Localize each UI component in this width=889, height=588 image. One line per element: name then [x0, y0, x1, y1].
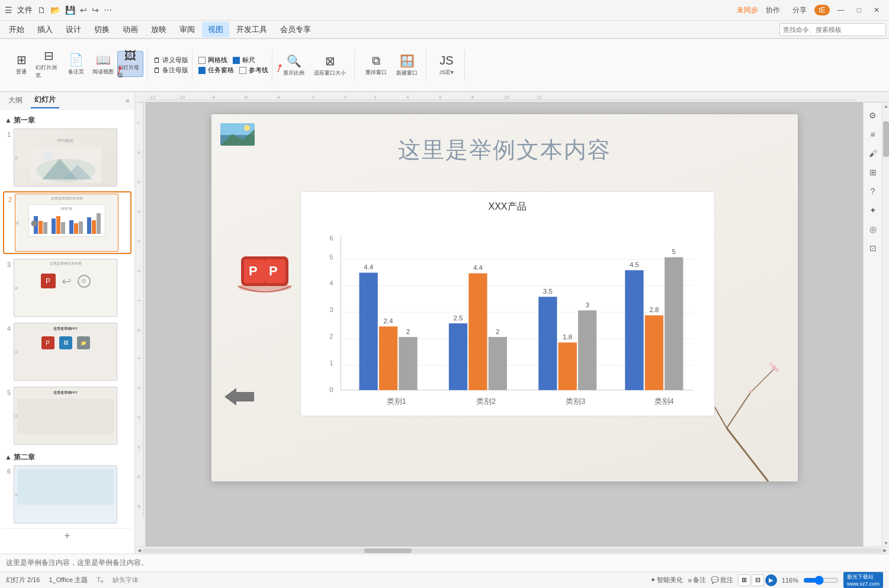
slide-item-4[interactable]: 4 这里是举例PPT P 🖼 📁 ★	[3, 322, 131, 382]
btn-fit-window[interactable]: ⊠ 适应窗口大小	[310, 52, 349, 78]
btn-zoom-ratio[interactable]: 🔍 显示比例	[280, 52, 308, 78]
right-btn-layers[interactable]: ≡	[866, 127, 880, 142]
svg-text:3.5: 3.5	[543, 288, 552, 295]
right-btn-animation[interactable]: ✦	[866, 203, 880, 217]
collab-btn[interactable]: 协作	[761, 4, 785, 17]
btn-slide-browse[interactable]: ⊟ 幻灯片浏览	[36, 51, 62, 77]
svg-text:5: 5	[136, 181, 142, 184]
right-btn-location[interactable]: ◎	[866, 222, 880, 236]
btn-js-macro[interactable]: JS JS宏▾	[434, 52, 460, 78]
scroll-left-btn[interactable]: ◀	[136, 548, 142, 553]
btn-normal-view[interactable]: ⊞ 普通	[8, 51, 34, 77]
scroll-track[interactable]	[882, 110, 889, 539]
open-icon[interactable]: 📂	[50, 5, 60, 15]
slide-canvas-wrapper[interactable]: 这里是举例文本内容 P P	[146, 102, 863, 547]
zoom-slider[interactable]	[803, 577, 839, 584]
view-normal-btn[interactable]: ⊞	[738, 574, 750, 586]
slide-thumb-2: 这里是举例文本内容 XXX产品	[15, 194, 118, 252]
slide-item-2[interactable]: 2 这里是举例文本内容 XXX产品	[3, 191, 131, 254]
sidebar-tab-slides[interactable]: 幻灯片	[31, 92, 59, 108]
svg-line-50	[750, 369, 774, 393]
slide-number-6: 6	[4, 468, 14, 475]
menu-item-huiyuan[interactable]: 会员专享	[274, 22, 317, 37]
redo-icon[interactable]: ↪	[92, 5, 99, 15]
window-max-btn[interactable]: □	[852, 5, 866, 15]
right-btn-help[interactable]: ?	[866, 184, 880, 198]
slide-top-image[interactable]	[220, 123, 255, 146]
view-browse-btn[interactable]: ⊟	[752, 574, 764, 586]
window-min-btn[interactable]: —	[833, 5, 849, 15]
menu-item-kaishi[interactable]: 开始	[3, 22, 30, 37]
menu-item-fangying[interactable]: 放映	[145, 22, 172, 37]
undo-icon[interactable]: ↩	[80, 5, 87, 15]
btn-notes-page[interactable]: 📄 备注页	[63, 51, 89, 77]
svg-text:-12: -12	[149, 95, 156, 100]
scroll-up-btn[interactable]: ▲	[882, 102, 889, 110]
scroll-down-btn[interactable]: ▼	[882, 539, 889, 547]
btn-slide-master[interactable]: 🖼 幻灯片母版	[117, 51, 143, 77]
window-close-btn[interactable]: ✕	[869, 5, 884, 15]
chart-container[interactable]: XXX产品 0 1 2 3 4 5	[300, 191, 715, 416]
menu-item-shenyue[interactable]: 审阅	[174, 22, 201, 37]
slide-thumb-4: 这里是举例PPT P 🖼 📁	[14, 323, 117, 381]
add-slide-btn[interactable]: +	[3, 528, 131, 543]
chapter-2-label: ▲ 第二章	[3, 449, 131, 464]
sidebar: 大纲 幻灯片 « ▲ 第一章 1 PPT教程	[0, 92, 135, 554]
sidebar-collapse-btn[interactable]: «	[126, 97, 130, 105]
right-btn-settings[interactable]: ⚙	[866, 108, 880, 123]
btn-handout-master[interactable]: 🗒 讲义母版	[153, 56, 188, 65]
slide-item-5[interactable]: 5 这里是举例PPT ★	[3, 385, 131, 446]
right-btn-grid[interactable]: ⊡	[866, 241, 880, 255]
more-icon[interactable]: ⋯	[104, 5, 112, 15]
scroll-thumb[interactable]	[883, 121, 889, 157]
play-btn[interactable]: ▶	[765, 574, 777, 586]
btn-new-window[interactable]: 🪟 新建窗口	[393, 52, 421, 78]
menu-icon[interactable]: ☰	[5, 5, 12, 15]
arrow-left-decoration	[224, 385, 254, 410]
btn-reading-view[interactable]: 📖 阅读视图	[90, 51, 116, 77]
slide-item-6[interactable]: 6 ★	[3, 464, 131, 525]
checkbox-guide[interactable]: 参考线	[239, 66, 268, 75]
sync-status[interactable]: 未同步	[737, 5, 758, 15]
btn-notes-master[interactable]: 🗒 备注母版	[153, 66, 188, 75]
menu-item-sheji[interactable]: 设计	[60, 22, 87, 37]
comment-btn[interactable]: 💬 批注	[711, 576, 733, 584]
svg-text:1.8: 1.8	[563, 333, 572, 340]
slide-thumb-5: 这里是举例PPT	[14, 387, 117, 445]
new-icon[interactable]: 🗋	[37, 5, 46, 15]
comment-icon: 💬	[711, 576, 719, 584]
scroll-right-btn[interactable]: ▶	[882, 548, 888, 553]
svg-rect-102	[577, 310, 596, 390]
slide-5-title: 这里是举例PPT	[14, 387, 117, 396]
user-avatar[interactable]: tE	[814, 5, 829, 15]
menu-item-donghua[interactable]: 动画	[117, 22, 144, 37]
notes-content: 这里是举例备注内容，这里是举例备注内容。	[6, 558, 148, 568]
hscroll-track[interactable]	[142, 548, 882, 553]
right-btn-format[interactable]: 🖌	[866, 146, 880, 160]
menu-item-kaifa[interactable]: 开发工具	[230, 22, 273, 37]
checkbox-taskpane[interactable]: 任务窗格	[198, 66, 234, 75]
btn-arrange-windows[interactable]: ⧉ 重排窗口	[362, 52, 390, 78]
svg-text:5: 5	[329, 253, 333, 261]
svg-text:2.8: 2.8	[649, 306, 659, 313]
menu-item-charu[interactable]: 插入	[31, 22, 59, 37]
checkbox-ruler[interactable]: 标尺	[233, 56, 255, 65]
slide-item-1[interactable]: 1 PPT教程 ★	[3, 127, 131, 188]
slide-4-star: ★	[14, 349, 19, 355]
ribbon-group-show: 网格线 标尺 任务窗格 参考线	[195, 50, 272, 81]
share-btn[interactable]: 分享	[788, 4, 811, 17]
right-btn-crop[interactable]: ⊞	[866, 165, 880, 179]
checkbox-grid[interactable]: 网格线	[198, 56, 227, 65]
save-icon[interactable]: 💾	[65, 5, 75, 15]
svg-text:0: 0	[344, 95, 347, 100]
menu-item-qiehuan[interactable]: 切换	[88, 22, 115, 37]
note-btn[interactable]: ≡ 备注	[688, 576, 705, 584]
svg-text:-1: -1	[136, 356, 142, 361]
menu-item-shitu[interactable]: 视图	[202, 22, 229, 37]
hscroll-thumb[interactable]	[364, 548, 412, 553]
sidebar-tab-outline[interactable]: 大纲	[5, 93, 26, 108]
smart-btn[interactable]: ✦ 智能美化	[650, 576, 683, 584]
search-input[interactable]	[779, 23, 886, 36]
slide-item-3[interactable]: 3 这里是举例文本内容 P ↩ ⚙ ★	[3, 258, 131, 318]
slide-number-1: 1	[4, 131, 14, 138]
